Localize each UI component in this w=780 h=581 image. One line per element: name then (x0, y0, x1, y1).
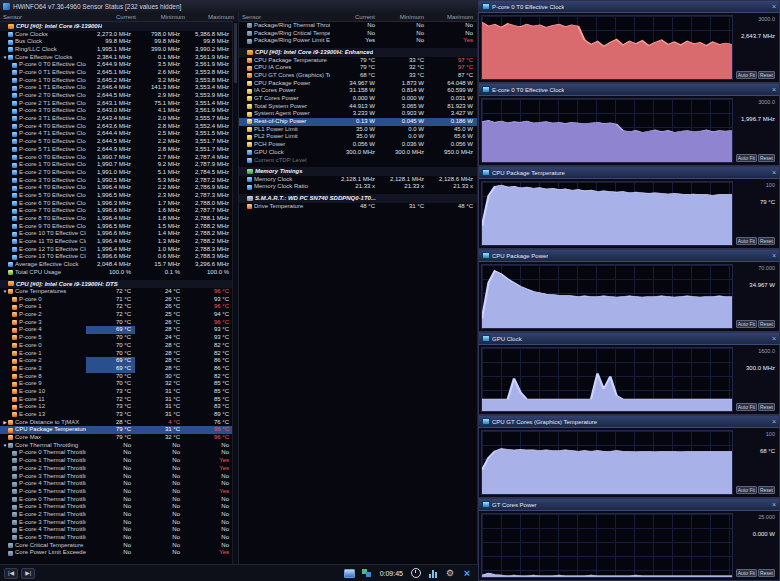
sensor-row[interactable]: P-core 2 Thermal ThrottlingNoNoYes (0, 465, 233, 473)
sensor-row[interactable]: P-core 5 Thermal ThrottlingNoNoYes (0, 488, 233, 496)
sensor-row[interactable]: P-core 4 Thermal ThrottlingNoNoNo (0, 480, 233, 488)
sensor-row[interactable]: Total System Power44.913 W3.065 W81.923 … (239, 103, 477, 111)
sensor-row[interactable]: Ring/LLC Clock1,995.1 MHz399.0 MHz3,990.… (0, 46, 233, 54)
sensor-row[interactable]: E-core 5 Thermal ThrottlingNoNoNo (0, 534, 233, 542)
sensor-row[interactable]: P-core 570 °C24 °C93 °C (0, 334, 233, 342)
sensor-row[interactable]: E-core 1073 °C31 °C85 °C (0, 388, 233, 396)
graph-titlebar[interactable]: CPU Package Power× (479, 250, 779, 262)
sensor-row[interactable]: Current cTDP Level (239, 157, 477, 165)
sensor-row[interactable]: E-core 269 °C28 °C86 °C (0, 357, 233, 365)
display-mode-button[interactable] (343, 567, 357, 579)
reset-button[interactable]: Reset (758, 71, 775, 79)
reset-button[interactable]: Reset (758, 486, 775, 494)
auto-fit-button[interactable]: Auto Fit (736, 237, 757, 245)
sensor-row[interactable]: Rest-of-Chip Power0.13 W0.045 W0.186 W (239, 118, 477, 126)
column-sensor[interactable]: Sensor (242, 14, 330, 20)
section-header-row[interactable]: Memory Timings (239, 167, 477, 176)
reset-button[interactable]: Reset (758, 320, 775, 328)
column-maximum[interactable]: Maximum (428, 14, 477, 20)
sensor-row[interactable]: Core Max79 °C32 °C96 °C (0, 434, 233, 442)
sensor-row[interactable]: E-core 0 T0 Effective Clock1,990.7 MHz2.… (0, 154, 233, 162)
close-button[interactable]: × (460, 567, 474, 579)
sensor-row[interactable]: P-core 3 T1 Effective Clock2,643.4 MHz2.… (0, 115, 233, 123)
sensor-row[interactable]: ▼Core Thermal ThrottlingNoNoNo (0, 442, 233, 450)
sensor-row[interactable]: P-core 0 Thermal ThrottlingNoNoNo (0, 449, 233, 457)
graph-titlebar[interactable]: GT Cores Power× (479, 499, 779, 511)
column-minimum[interactable]: Minimum (379, 14, 428, 20)
close-icon[interactable]: × (772, 4, 776, 10)
sensor-row[interactable]: E-core 1273 °C31 °C83 °C (0, 403, 233, 411)
sensor-row[interactable]: E-core 1373 °C31 °C89 °C (0, 411, 233, 419)
sensor-row[interactable]: E-core 2 T0 Effective Clock1,991.0 MHz5.… (0, 169, 233, 177)
sensor-row[interactable]: E-core 10 T0 Effective Clock1,996.6 MHz1… (0, 230, 233, 238)
sensor-row[interactable]: P-core 172 °C26 °C96 °C (0, 303, 233, 311)
sensor-row[interactable]: P-core 0 T1 Effective Clock2,645.1 MHz2.… (0, 69, 233, 77)
graph-button[interactable] (426, 567, 440, 579)
sensor-row[interactable]: P-core 1 Thermal ThrottlingNoNoYes (0, 457, 233, 465)
sensor-row[interactable]: E-core 9 T0 Effective Clock1,996.5 MHz1.… (0, 223, 233, 231)
graph-titlebar[interactable]: P-core 0 T0 Effective Clock× (479, 1, 779, 13)
sensor-row[interactable]: P-core 3 T0 Effective Clock2,643.0 MHz4.… (0, 107, 233, 115)
sensor-row[interactable]: Memory Clock2,128.1 MHz2,128.1 MHz2,128.… (239, 176, 477, 184)
section-header-row[interactable]: S.M.A.R.T.: WD PC SN740 SDDPNQ0-1T0... (239, 194, 477, 203)
close-icon[interactable]: × (772, 419, 776, 425)
sensor-row[interactable]: P-core 3 Thermal ThrottlingNoNoNo (0, 473, 233, 481)
sensor-row[interactable]: PCH Power0.056 W0.036 W0.056 W (239, 141, 477, 149)
sensor-row[interactable]: Core Critical TemperatureNoNoNo (0, 542, 233, 550)
layout-button[interactable] (360, 567, 374, 579)
sensor-row[interactable]: P-core 5 T1 Effective Clock2,644.9 MHz2.… (0, 146, 233, 154)
graph-titlebar[interactable]: GPU Clock× (479, 333, 779, 345)
close-icon[interactable]: × (772, 336, 776, 342)
settings-button[interactable]: ⚙ (443, 567, 457, 579)
sensor-row[interactable]: Core Power Limit ExceededNoNoYes (0, 549, 233, 557)
sensor-row[interactable]: P-core 071 °C26 °C93 °C (0, 296, 233, 304)
section-header-row[interactable]: CPU [#0]: Intel Core i9-13900H: DTS (0, 280, 233, 289)
sensor-row[interactable]: CPU GT Cores (Graphics) Temperature68 °C… (239, 72, 477, 80)
close-icon[interactable]: × (772, 253, 776, 259)
sensor-row[interactable]: CPU IA Cores79 °C32 °C97 °C (239, 64, 477, 72)
sensor-row[interactable]: IA Cores Power31.158 W0.814 W60.599 W (239, 87, 477, 95)
sensor-row[interactable]: E-core 7 T0 Effective Clock1,996.6 MHz1.… (0, 207, 233, 215)
sensor-row[interactable]: Package/Ring Power Limit ExceededYesNoYe… (239, 37, 477, 45)
close-icon[interactable]: × (772, 502, 776, 508)
auto-fit-button[interactable]: Auto Fit (736, 486, 757, 494)
auto-fit-button[interactable]: Auto Fit (736, 154, 757, 162)
sensor-row[interactable]: P-core 5 T0 Effective Clock2,644.5 MHz2.… (0, 138, 233, 146)
sensor-row[interactable]: P-core 0 T0 Effective Clock2,644.9 MHz3.… (0, 61, 233, 69)
sensor-row[interactable]: E-core 4 Thermal ThrottlingNoNoNo (0, 526, 233, 534)
reset-button[interactable]: Reset (758, 403, 775, 411)
sensor-row[interactable]: E-core 3 Thermal ThrottlingNoNoNo (0, 519, 233, 527)
nav-last-button[interactable]: ▶| (21, 568, 35, 579)
sensor-row[interactable]: ▼Core Effective Clocks2,384.1 MHz0.1 MHz… (0, 54, 233, 62)
sensor-row[interactable]: E-core 1 T0 Effective Clock1,990.7 MHz9.… (0, 161, 233, 169)
sensor-row[interactable]: P-core 4 T1 Effective Clock2,644.4 MHz2.… (0, 130, 233, 138)
sensor-row[interactable]: E-core 3 T0 Effective Clock1,990.5 MHz5.… (0, 177, 233, 185)
sensor-row[interactable]: P-core 1 T1 Effective Clock2,646.4 MHz14… (0, 84, 233, 92)
sensor-row[interactable]: E-core 6 T0 Effective Clock1,996.3 MHz1.… (0, 200, 233, 208)
graph-titlebar[interactable]: CPU Package Temperature× (479, 167, 779, 179)
reset-button[interactable]: Reset (758, 569, 775, 577)
auto-fit-button[interactable]: Auto Fit (736, 320, 757, 328)
scrollbar[interactable] (232, 21, 238, 564)
sensor-row[interactable]: E-core 970 °C32 °C85 °C (0, 380, 233, 388)
sensor-row[interactable]: System Agent Power3.233 W0.903 W3.427 W (239, 110, 477, 118)
sensor-row[interactable]: E-core 870 °C30 °C82 °C (0, 373, 233, 381)
sensor-row[interactable]: Bus Clock99.8 MHz99.8 MHz99.8 MHz (0, 38, 233, 46)
sensor-row[interactable]: E-core 5 T0 Effective Clock1,996.5 MHz2.… (0, 192, 233, 200)
sensor-row[interactable]: ▼Core Temperatures72 °C24 °C96 °C (0, 288, 233, 296)
section-header-row[interactable]: CPU [#0]: Intel Core i9-13900H: Enhanced (239, 48, 477, 57)
graph-titlebar[interactable]: E-core 0 T0 Effective Clock× (479, 84, 779, 96)
close-icon[interactable]: × (772, 170, 776, 176)
sensor-row[interactable]: P-core 1 T0 Effective Clock2,645.2 MHz3.… (0, 77, 233, 85)
sensor-row[interactable]: Package/Ring Thermal ThrottlingNoNoNo (239, 22, 477, 30)
reset-button[interactable]: Reset (758, 237, 775, 245)
sensor-row[interactable]: E-core 11 T0 Effective Clock1,996.4 MHz1… (0, 238, 233, 246)
sensor-row[interactable]: E-core 2 Thermal ThrottlingNoNoNo (0, 511, 233, 519)
auto-fit-button[interactable]: Auto Fit (736, 403, 757, 411)
sensor-row[interactable]: E-core 1 Thermal ThrottlingNoNoNo (0, 503, 233, 511)
sensor-row[interactable]: PL1 Power Limit35.0 W0.0 W45.0 W (239, 126, 477, 134)
graph-titlebar[interactable]: CPU GT Cores (Graphics) Temperature× (479, 416, 779, 428)
sensor-row[interactable]: Core Clocks2,273.0 MHz798.0 MHz5,386.8 M… (0, 31, 233, 39)
sensor-row[interactable]: E-core 4 T0 Effective Clock1,996.4 MHz2.… (0, 184, 233, 192)
sensor-row[interactable]: Total CPU Usage100.0 %0.1 %100.0 % (0, 269, 233, 277)
